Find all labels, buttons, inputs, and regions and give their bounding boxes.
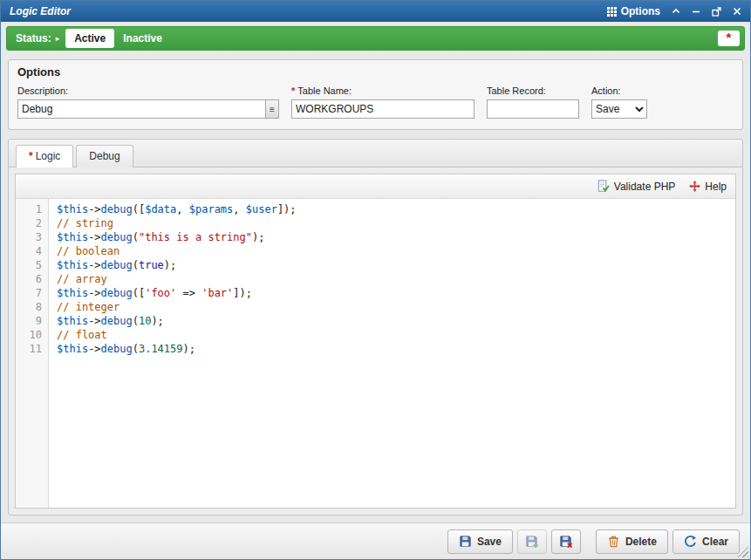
close-button[interactable]: [733, 7, 741, 16]
help-label: Help: [705, 181, 727, 193]
status-tab-inactive[interactable]: Inactive: [114, 29, 171, 48]
code-token-a: true: [139, 259, 164, 271]
code-token-p: (: [133, 315, 139, 327]
description-input[interactable]: [18, 100, 265, 118]
code-token-p: );: [151, 315, 163, 327]
description-field: Description: ≡: [17, 85, 279, 119]
window-title: Logic Editor: [10, 5, 71, 17]
table-name-required-asterisk: *: [291, 85, 295, 96]
code-token-v: debug: [101, 343, 133, 355]
save-close-icon: [559, 535, 572, 548]
save-and-new-button[interactable]: [517, 529, 547, 554]
code-token-v: $params: [189, 203, 234, 215]
description-input-wrap: ≡: [17, 99, 279, 119]
help-button[interactable]: Help: [689, 181, 727, 193]
logic-tab-body: Validate PHP Help 1234567891011 $this->d…: [9, 167, 742, 515]
refresh-icon: [684, 535, 697, 548]
validate-php-button[interactable]: Validate PHP: [597, 180, 675, 193]
action-label: Action:: [591, 85, 647, 96]
window-body: Status: ▸ Active Inactive * Options Desc…: [1, 22, 750, 559]
code-token-p: ([: [133, 203, 145, 215]
code-token-p: ]);: [233, 287, 252, 299]
options-menu-button[interactable]: Options: [607, 5, 660, 17]
table-record-label-text: Table Record:: [487, 85, 546, 96]
code-token-c: // string: [57, 217, 113, 229]
code-line: $this->debug("this is a string");: [57, 230, 735, 244]
table-name-field: *Table Name:: [291, 85, 474, 119]
popout-button[interactable]: [712, 7, 721, 17]
line-number: 7: [16, 286, 48, 300]
code-line: // float: [57, 328, 735, 342]
action-field: Action: Save: [591, 85, 647, 119]
code-token-n: 10: [139, 315, 151, 327]
line-number: 8: [16, 300, 48, 314]
code-token-p: (: [133, 343, 139, 355]
save-and-close-button[interactable]: [551, 529, 581, 554]
code-token-s: "this is a string": [139, 231, 252, 243]
table-record-input[interactable]: [487, 99, 579, 119]
tab-logic[interactable]: * Logic: [16, 145, 73, 167]
clear-label: Clear: [702, 536, 728, 548]
minimize-button[interactable]: [692, 7, 700, 16]
delete-label: Delete: [625, 536, 657, 548]
line-number: 3: [16, 230, 48, 244]
editor-toolbar: Validate PHP Help: [16, 174, 735, 199]
logic-tab-required-asterisk: *: [29, 150, 33, 162]
code-line: $this->debug(3.14159);: [57, 342, 735, 356]
footer-toolbar: Save Delete Clear: [1, 522, 750, 559]
save-label: Save: [477, 536, 502, 548]
code-token-p: );: [164, 259, 176, 271]
code-token-v: $this: [57, 343, 88, 355]
clear-button[interactable]: Clear: [672, 529, 740, 554]
description-label-text: Description:: [17, 85, 68, 96]
code-token-p: ->: [88, 203, 100, 215]
logic-panel: * Logic Debug Validate PHP: [8, 139, 743, 516]
status-tab-active[interactable]: Active: [65, 29, 114, 48]
line-number: 9: [16, 314, 48, 328]
options-fields: Description: ≡ *Table Name: Table Record…: [17, 85, 734, 119]
save-button[interactable]: Save: [447, 529, 513, 554]
line-number: 2: [16, 216, 48, 230]
save-plus-icon: [525, 535, 538, 548]
code-token-v: debug: [101, 287, 133, 299]
line-number: 4: [16, 244, 48, 258]
code-token-p: (: [133, 259, 139, 271]
code-line: // integer: [57, 300, 735, 314]
line-number: 11: [16, 342, 48, 356]
titlebar[interactable]: Logic Editor Options: [1, 1, 750, 22]
code-token-v: $this: [57, 287, 88, 299]
status-arrow-icon: ▸: [56, 34, 60, 43]
code-token-p: ,: [233, 203, 245, 215]
code-token-v: $this: [57, 203, 88, 215]
required-badge-button[interactable]: *: [718, 31, 740, 46]
code-token-p: );: [183, 343, 195, 355]
options-panel: Options Description: ≡ *Table Name: Tabl…: [8, 59, 743, 130]
code-line: $this->debug(true);: [57, 258, 735, 272]
code-editor-area: 1234567891011 $this->debug([$data, $para…: [16, 199, 735, 508]
code-token-v: debug: [101, 259, 133, 271]
code-token-p: ]);: [277, 203, 297, 215]
code-token-p: ->: [88, 231, 100, 243]
code-token-v: debug: [101, 231, 133, 243]
line-number: 10: [16, 328, 48, 342]
delete-button[interactable]: Delete: [596, 529, 668, 554]
code-token-p: ->: [88, 343, 100, 355]
editor-box: Validate PHP Help 1234567891011 $this->d…: [15, 174, 736, 509]
code-line: // array: [57, 272, 735, 286]
code-token-v: $this: [57, 259, 88, 271]
collapse-button[interactable]: [672, 7, 680, 16]
code-token-c: // float: [57, 329, 107, 341]
close-icon: [733, 7, 741, 16]
validate-php-label: Validate PHP: [614, 181, 675, 193]
tab-debug[interactable]: Debug: [76, 145, 133, 167]
code-token-n: 3.14159: [139, 343, 183, 355]
code-editor[interactable]: $this->debug([$data, $params, $user]);//…: [49, 199, 735, 508]
tab-logic-label: Logic: [36, 150, 61, 162]
table-name-label: *Table Name:: [291, 85, 474, 96]
code-token-p: ->: [88, 259, 100, 271]
code-token-v: $data: [145, 203, 176, 215]
code-token-p: ,: [176, 203, 188, 215]
table-name-input[interactable]: [291, 99, 474, 119]
action-select[interactable]: Save: [591, 99, 647, 119]
description-expand-button[interactable]: ≡: [265, 100, 278, 118]
